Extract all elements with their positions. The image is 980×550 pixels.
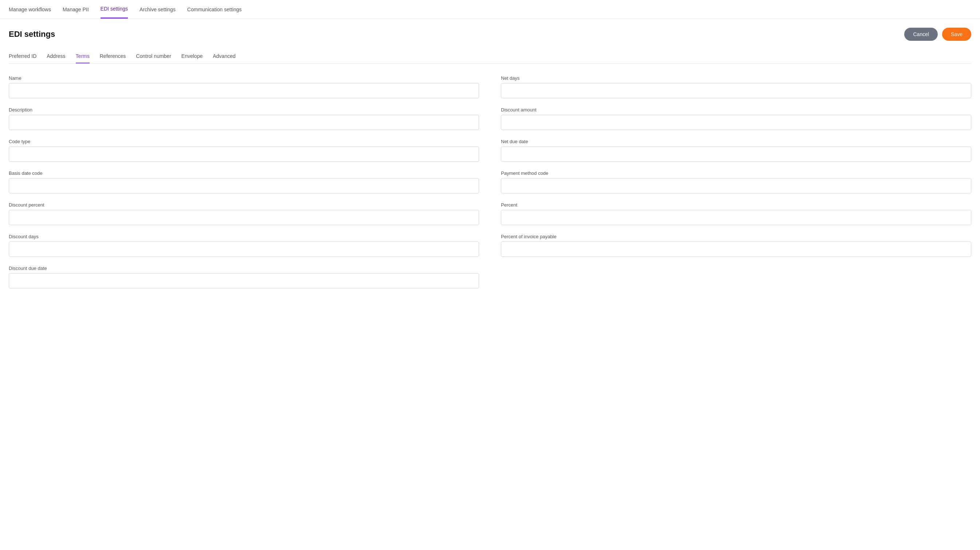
tab-advanced[interactable]: Advanced [213, 49, 235, 64]
field-discount-percent: Discount percent [9, 202, 479, 225]
sub-tabs: Preferred ID Address Terms References Co… [9, 49, 971, 64]
input-net-due-date[interactable] [501, 146, 971, 162]
input-discount-percent[interactable] [9, 210, 479, 225]
form-left-column: Name Description Code type Basis date co… [9, 75, 479, 297]
label-code-type: Code type [9, 139, 479, 144]
nav-manage-workflows[interactable]: Manage workflows [9, 1, 51, 18]
label-discount-days: Discount days [9, 234, 479, 239]
field-discount-amount: Discount amount [501, 107, 971, 130]
save-button[interactable]: Save [942, 28, 971, 41]
field-basis-date-code: Basis date code [9, 170, 479, 193]
label-percent: Percent [501, 202, 971, 208]
nav-communication-settings[interactable]: Communication settings [187, 1, 242, 18]
field-net-due-date: Net due date [501, 139, 971, 162]
label-description: Description [9, 107, 479, 113]
nav-manage-pii[interactable]: Manage PII [63, 1, 89, 18]
input-description[interactable] [9, 115, 479, 130]
input-percent-of-invoice-payable[interactable] [501, 242, 971, 257]
label-basis-date-code: Basis date code [9, 170, 479, 176]
field-payment-method-code: Payment method code [501, 170, 971, 193]
input-net-days[interactable] [501, 83, 971, 99]
cancel-button[interactable]: Cancel [904, 28, 938, 41]
page-title: EDI settings [9, 30, 55, 39]
page-content: EDI settings Cancel Save Preferred ID Ad… [0, 19, 980, 297]
tab-references[interactable]: References [100, 49, 126, 64]
label-payment-method-code: Payment method code [501, 170, 971, 176]
label-discount-due-date: Discount due date [9, 265, 479, 271]
input-name[interactable] [9, 83, 479, 99]
form-right-column: Net days Discount amount Net due date Pa… [501, 75, 971, 297]
page-header: EDI settings Cancel Save [9, 28, 971, 41]
input-basis-date-code[interactable] [9, 178, 479, 193]
field-name: Name [9, 75, 479, 99]
input-discount-due-date[interactable] [9, 273, 479, 288]
label-net-due-date: Net due date [501, 139, 971, 144]
tab-envelope[interactable]: Envelope [181, 49, 202, 64]
field-code-type: Code type [9, 139, 479, 162]
field-percent-of-invoice-payable: Percent of invoice payable [501, 234, 971, 257]
tab-control-number[interactable]: Control number [136, 49, 171, 64]
nav-archive-settings[interactable]: Archive settings [140, 1, 176, 18]
header-actions: Cancel Save [904, 28, 971, 41]
label-discount-percent: Discount percent [9, 202, 479, 208]
form-grid: Name Description Code type Basis date co… [9, 75, 971, 297]
label-net-days: Net days [501, 75, 971, 81]
label-name: Name [9, 75, 479, 81]
input-discount-days[interactable] [9, 242, 479, 257]
field-discount-due-date: Discount due date [9, 265, 479, 288]
label-discount-amount: Discount amount [501, 107, 971, 113]
field-net-days: Net days [501, 75, 971, 99]
input-discount-amount[interactable] [501, 115, 971, 130]
nav-edi-settings[interactable]: EDI settings [100, 0, 128, 19]
tab-preferred-id[interactable]: Preferred ID [9, 49, 37, 64]
field-discount-days: Discount days [9, 234, 479, 257]
input-payment-method-code[interactable] [501, 178, 971, 193]
label-percent-of-invoice-payable: Percent of invoice payable [501, 234, 971, 239]
top-navigation: Manage workflows Manage PII EDI settings… [0, 0, 980, 19]
input-code-type[interactable] [9, 146, 479, 162]
input-percent[interactable] [501, 210, 971, 225]
tab-address[interactable]: Address [47, 49, 65, 64]
field-description: Description [9, 107, 479, 130]
field-percent: Percent [501, 202, 971, 225]
tab-terms[interactable]: Terms [76, 49, 90, 64]
